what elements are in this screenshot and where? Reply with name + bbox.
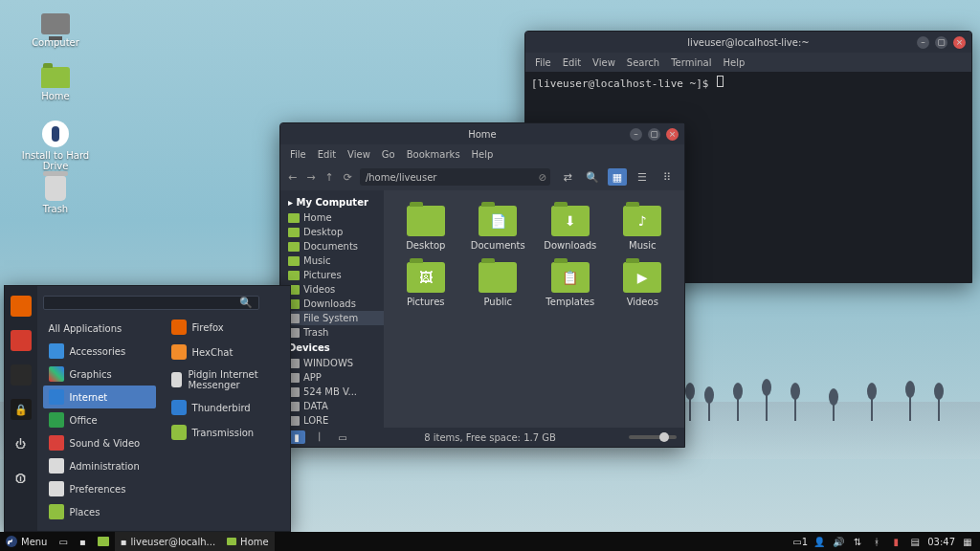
- menu-file[interactable]: File: [535, 57, 551, 68]
- menu-view[interactable]: View: [347, 149, 370, 160]
- menu-go[interactable]: Go: [382, 149, 395, 160]
- maximize-button[interactable]: ▢: [648, 128, 660, 141]
- path-clear-icon[interactable]: ⊘: [539, 172, 546, 183]
- rail-lock-icon[interactable]: 🔒: [11, 399, 32, 420]
- view-icons-button[interactable]: ▦: [608, 168, 627, 186]
- menu-help[interactable]: Help: [472, 149, 494, 160]
- sidebar-device-lore[interactable]: LORE: [284, 413, 384, 428]
- desktop-icon-home[interactable]: Home: [17, 67, 94, 101]
- sidebar-item-pictures[interactable]: Pictures: [284, 268, 384, 282]
- panel-launcher-files[interactable]: [92, 532, 115, 551]
- panel[interactable]: Menu ▭ ▪ ▪ liveuser@localh... Home ▭1 👤 …: [0, 532, 980, 551]
- panel-clock[interactable]: 03:47: [927, 537, 955, 547]
- sidebar-item-videos[interactable]: Videos: [284, 282, 384, 297]
- folder-templates[interactable]: 📋Templates: [536, 262, 605, 307]
- maximize-button[interactable]: ▢: [935, 36, 947, 49]
- category-office[interactable]: Office: [43, 408, 156, 431]
- category-preferences[interactable]: Preferences: [43, 477, 156, 500]
- zoom-slider[interactable]: [629, 435, 677, 439]
- panel-launcher-terminal[interactable]: ▪: [74, 532, 92, 551]
- category-graphics[interactable]: Graphics: [43, 363, 156, 386]
- panel-menu-button[interactable]: Menu: [0, 532, 53, 551]
- desktop-icon-computer[interactable]: Computer: [17, 13, 94, 48]
- menu-terminal[interactable]: Terminal: [671, 57, 711, 68]
- desktop[interactable]: Computer Home Install to Hard Drive Tras…: [0, 0, 980, 551]
- workspace-indicator[interactable]: ▭1: [793, 535, 807, 548]
- appmenu-search[interactable]: 🔍: [43, 296, 259, 310]
- fm-sidebar[interactable]: ▸ My Computer HomeDesktopDocumentsMusicP…: [280, 190, 384, 428]
- rail-shutdown-icon[interactable]: ⏼: [11, 468, 32, 489]
- sidebar-item-documents[interactable]: Documents: [284, 239, 384, 253]
- folder-desktop[interactable]: Desktop: [391, 206, 460, 251]
- bluetooth-icon[interactable]: ᚼ: [870, 535, 883, 548]
- notification-icon[interactable]: ▤: [908, 535, 922, 548]
- app-firefox[interactable]: Firefox: [167, 317, 284, 338]
- menu-search[interactable]: Search: [627, 57, 659, 68]
- appmenu-search-input[interactable]: [50, 298, 239, 308]
- app-hexchat[interactable]: HexChat: [167, 342, 284, 363]
- folder-downloads[interactable]: ⬇Downloads: [536, 206, 605, 251]
- menu-bookmarks[interactable]: Bookmarks: [407, 149, 460, 160]
- application-menu[interactable]: 🔒 ⏻ ⏼ 🔍 All Applications AccessoriesGrap…: [4, 285, 291, 532]
- panel-task-terminal[interactable]: ▪ liveuser@localh...: [115, 532, 221, 551]
- app-transmission[interactable]: Transmission: [167, 422, 284, 443]
- category-administration[interactable]: Administration: [43, 454, 156, 477]
- sidebar-device-windows[interactable]: WINDOWS: [284, 356, 384, 370]
- folder-documents[interactable]: 📄Documents: [464, 206, 533, 251]
- minimize-button[interactable]: –: [630, 128, 642, 141]
- sidebar-device-app[interactable]: APP: [284, 370, 384, 385]
- sidebar-item-music[interactable]: Music: [284, 253, 384, 268]
- volume-icon[interactable]: 🔊: [832, 535, 845, 548]
- view-compact-button[interactable]: ⠿: [657, 168, 677, 186]
- battery-icon[interactable]: ▮: [889, 535, 902, 548]
- sidebar-device-data[interactable]: DATA: [284, 399, 384, 413]
- view-list-button[interactable]: ☰: [633, 168, 652, 186]
- menu-view[interactable]: View: [592, 57, 615, 68]
- terminal-titlebar[interactable]: liveuser@localhost-live:~ – ▢ ×: [525, 32, 971, 53]
- panel-task-filemanager[interactable]: Home: [221, 532, 275, 551]
- sidebar-item-home[interactable]: Home: [284, 210, 384, 225]
- search-button[interactable]: 🔍: [583, 168, 602, 186]
- nav-reload-button[interactable]: ⟳: [344, 171, 352, 184]
- category-places[interactable]: Places: [43, 500, 156, 523]
- nav-up-button[interactable]: ↑: [324, 171, 333, 184]
- desktop-icon-trash[interactable]: Trash: [17, 176, 94, 214]
- app-pidgin-internet-messenger[interactable]: Pidgin Internet Messenger: [167, 366, 284, 393]
- sidebar-item-trash[interactable]: Trash: [284, 325, 384, 340]
- toggle-path-button[interactable]: ⇄: [558, 168, 577, 186]
- rail-terminal-icon[interactable]: [11, 364, 32, 386]
- folder-public[interactable]: Public: [464, 262, 533, 307]
- sidebar-tree-button[interactable]: ⼁: [311, 430, 328, 444]
- close-button[interactable]: ×: [666, 128, 679, 141]
- category-sound-video[interactable]: Sound & Video: [43, 431, 156, 454]
- rail-firefox-icon[interactable]: [11, 296, 32, 317]
- app-thunderbird[interactable]: Thunderbird: [167, 397, 284, 418]
- menu-edit[interactable]: Edit: [563, 57, 581, 68]
- calendar-icon[interactable]: ▦: [961, 535, 974, 548]
- cat-all[interactable]: All Applications: [43, 320, 156, 338]
- sidebar-item-downloads[interactable]: Downloads: [284, 297, 384, 311]
- fm-main-area[interactable]: Desktop📄Documents⬇Downloads♪Music🖼Pictur…: [384, 190, 684, 428]
- rail-logout-icon[interactable]: ⏻: [11, 433, 32, 454]
- folder-pictures[interactable]: 🖼Pictures: [391, 262, 460, 307]
- folder-videos[interactable]: ▶Videos: [609, 262, 678, 307]
- sidebar-hide-button[interactable]: ▭: [334, 430, 351, 444]
- menu-file[interactable]: File: [290, 149, 306, 160]
- close-button[interactable]: ×: [953, 36, 966, 49]
- fm-titlebar[interactable]: Home – ▢ ×: [280, 123, 684, 144]
- file-manager-window[interactable]: Home – ▢ × File Edit View Go Bookmarks H…: [279, 122, 685, 448]
- nav-back-button[interactable]: ←: [288, 171, 297, 184]
- folder-music[interactable]: ♪Music: [609, 206, 678, 251]
- panel-show-desktop-button[interactable]: ▭: [53, 532, 73, 551]
- user-icon[interactable]: 👤: [813, 535, 826, 548]
- rail-files-icon[interactable]: [11, 330, 32, 351]
- sidebar-item-desktop[interactable]: Desktop: [284, 225, 384, 239]
- nav-forward-button[interactable]: →: [306, 171, 315, 184]
- minimize-button[interactable]: –: [917, 36, 929, 49]
- category-accessories[interactable]: Accessories: [43, 340, 156, 363]
- menu-edit[interactable]: Edit: [318, 149, 336, 160]
- network-icon[interactable]: ⇅: [851, 535, 864, 548]
- fm-path-bar[interactable]: /home/liveuser ⊘: [360, 168, 550, 186]
- desktop-icon-install[interactable]: Install to Hard Drive: [10, 121, 101, 171]
- category-internet[interactable]: Internet: [43, 386, 156, 408]
